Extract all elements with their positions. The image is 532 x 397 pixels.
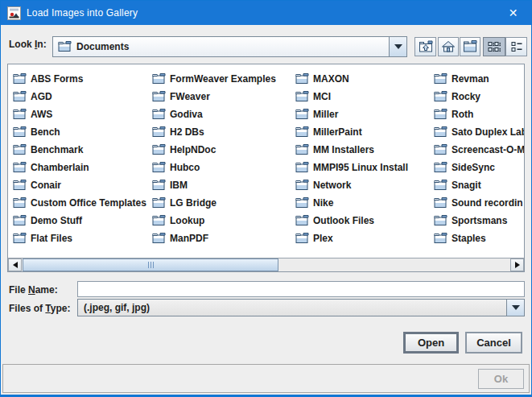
folder-icon xyxy=(152,126,166,138)
list-view-icon xyxy=(487,40,501,53)
folder-item[interactable]: AGD xyxy=(13,88,146,105)
up-folder-button[interactable] xyxy=(414,37,436,56)
look-in-combobox[interactable]: Documents xyxy=(52,36,407,57)
scroll-left-button[interactable] xyxy=(8,258,22,271)
folder-item[interactable]: FormWeaver Examples xyxy=(152,70,276,88)
folder-item[interactable]: Hubco xyxy=(152,159,276,176)
folder-item[interactable]: H2 DBs xyxy=(152,123,276,141)
folder-list[interactable]: ABS FormsAGDAWSBenchBenchmarkChamberlain… xyxy=(8,64,524,258)
horizontal-scrollbar[interactable] xyxy=(8,258,524,271)
folder-item[interactable]: Snagit xyxy=(434,176,524,194)
file-list-pane: ABS FormsAGDAWSBenchBenchmarkChamberlain… xyxy=(7,64,525,272)
folder-item[interactable]: Outlook Files xyxy=(295,212,408,230)
folder-label: Network xyxy=(313,180,351,191)
folder-item[interactable]: Sportsmans xyxy=(434,212,524,230)
folder-item[interactable]: MM Installers xyxy=(295,141,408,159)
folder-item[interactable]: Nike xyxy=(295,194,408,212)
folder-item[interactable]: Sato Duplex Lab xyxy=(434,123,524,141)
folder-icon xyxy=(152,109,166,120)
close-button[interactable]: ✕ xyxy=(495,1,531,25)
folder-label: MM Installers xyxy=(313,144,374,155)
folder-item[interactable]: Rocky xyxy=(434,88,524,105)
folder-label: H2 DBs xyxy=(170,126,204,138)
folder-item[interactable]: AWS xyxy=(13,105,146,123)
file-name-label: File Name: xyxy=(9,284,58,296)
folder-item[interactable]: Conair xyxy=(13,176,146,194)
folder-item[interactable]: Roth xyxy=(434,105,524,123)
folder-item[interactable]: Miller xyxy=(295,105,408,123)
folder-item[interactable]: Benchmark xyxy=(13,141,146,159)
open-button[interactable]: Open xyxy=(403,332,459,354)
look-in-dropdown-button[interactable] xyxy=(389,37,406,56)
folder-icon xyxy=(434,126,447,138)
folder-item[interactable]: Chamberlain xyxy=(13,159,146,176)
cancel-button[interactable]: Cancel xyxy=(465,332,522,354)
files-of-type-label: Files of Type: xyxy=(9,303,70,314)
folder-item[interactable]: ABS Forms xyxy=(13,70,146,88)
list-view-button[interactable] xyxy=(483,37,505,56)
folder-label: Staples xyxy=(452,233,486,244)
folder-item[interactable]: IBM xyxy=(152,176,276,194)
file-name-input[interactable] xyxy=(77,281,525,297)
folder-item[interactable]: Lookup xyxy=(152,212,276,230)
ok-button[interactable]: Ok xyxy=(478,369,524,389)
folder-item[interactable]: Revman xyxy=(434,70,524,88)
chevron-down-icon xyxy=(512,305,520,310)
folder-label: AGD xyxy=(31,91,52,102)
folder-icon xyxy=(13,73,27,85)
folder-label: AWS xyxy=(31,109,52,120)
folder-label: Revman xyxy=(452,73,489,85)
folder-item[interactable]: Flat Files xyxy=(13,230,146,247)
folder-item[interactable]: Bench xyxy=(13,123,146,141)
home-button[interactable] xyxy=(438,37,459,56)
folder-icon xyxy=(152,73,166,85)
arrow-right-icon xyxy=(515,262,520,268)
close-icon: ✕ xyxy=(509,6,518,19)
folder-label: Benchmark xyxy=(31,144,83,155)
folder-icon xyxy=(434,91,447,102)
folder-item[interactable]: Network xyxy=(295,176,408,194)
folder-label: Hubco xyxy=(170,162,200,173)
files-of-type-combobox[interactable]: (.jpeg, gif, jpg) xyxy=(77,299,525,316)
folder-item[interactable]: Godiva xyxy=(152,105,276,123)
folder-label: Chamberlain xyxy=(31,162,89,173)
folder-item[interactable]: Demo Stuff xyxy=(13,212,146,230)
folder-item[interactable]: MMPI95 Linux Install xyxy=(295,159,408,176)
scrollbar-thumb[interactable] xyxy=(23,258,278,271)
folder-icon xyxy=(13,109,27,120)
details-view-icon xyxy=(509,40,524,53)
folder-item[interactable]: Plex xyxy=(295,230,408,247)
folder-item[interactable]: LG Bridge xyxy=(152,194,276,212)
folder-item[interactable]: Sound recordin xyxy=(434,194,524,212)
folder-item[interactable]: SideSync xyxy=(434,159,524,176)
folder-label: Plex xyxy=(313,233,333,244)
folder-label: Rocky xyxy=(452,91,480,102)
look-in-label: Look In: xyxy=(9,39,47,50)
folder-item[interactable]: HelpNDoc xyxy=(152,141,276,159)
folder-label: MillerPaint xyxy=(313,126,362,138)
folder-item[interactable]: MCI xyxy=(295,88,408,105)
folder-item[interactable]: MAXON xyxy=(295,70,408,88)
folder-icon xyxy=(13,197,27,209)
files-of-type-value: (.jpeg, gif, jpg) xyxy=(84,302,150,313)
folder-label: Bench xyxy=(31,126,60,138)
folder-icon xyxy=(295,109,309,120)
folder-item[interactable]: Screencast-O-M xyxy=(434,141,524,159)
scroll-right-button[interactable] xyxy=(510,258,524,271)
new-folder-button[interactable] xyxy=(460,37,480,56)
folder-item[interactable]: ManPDF xyxy=(152,230,276,247)
folder-icon xyxy=(152,215,166,226)
folder-icon xyxy=(295,215,309,226)
details-view-button[interactable] xyxy=(505,37,527,56)
folder-item[interactable]: FWeaver xyxy=(152,88,276,105)
folder-icon xyxy=(13,91,27,102)
folder-label: Flat Files xyxy=(31,233,72,244)
folder-label: Outlook Files xyxy=(313,215,374,226)
folder-icon xyxy=(295,91,309,102)
folder-item[interactable]: Staples xyxy=(434,230,524,247)
folder-icon xyxy=(58,41,72,52)
files-of-type-dropdown-button[interactable] xyxy=(506,300,524,316)
folder-item[interactable]: Custom Office Templates xyxy=(13,194,146,212)
folder-item[interactable]: MillerPaint xyxy=(295,123,408,141)
folder-label: Roth xyxy=(452,109,473,120)
